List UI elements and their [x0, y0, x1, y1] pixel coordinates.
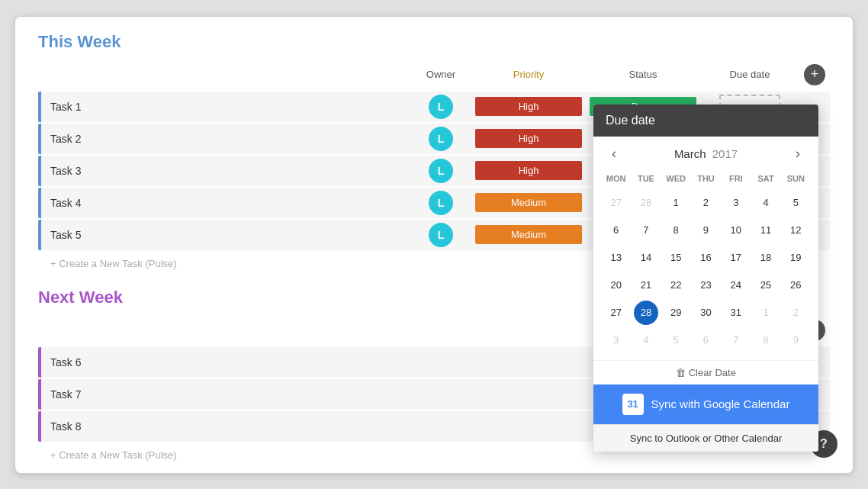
calendar-nav: ‹ March 2017 ›	[593, 137, 818, 171]
calendar-icon-number: 31	[627, 398, 638, 410]
priority-badge[interactable]: High	[475, 97, 582, 116]
list-item[interactable]: 1	[754, 301, 778, 325]
avatar: L	[429, 191, 453, 215]
list-item[interactable]: 30	[693, 301, 718, 325]
task-owner: L	[410, 95, 471, 119]
task-priority[interactable]: High	[471, 97, 586, 116]
day-header-mon: MON	[601, 171, 631, 186]
next-week-title: Next Week	[38, 288, 123, 307]
task-priority[interactable]: High	[471, 161, 586, 180]
clear-date-label: Clear Date	[689, 367, 736, 378]
priority-badge[interactable]: High	[475, 129, 582, 148]
create-next-week-task-label: + Create a New Task (Pulse)	[50, 449, 177, 461]
day-header-thu: THU	[691, 171, 721, 186]
list-item[interactable]: 5	[783, 191, 808, 215]
col-header-status: Status	[586, 69, 700, 80]
list-item[interactable]: 18	[754, 246, 778, 270]
list-item[interactable]: 3	[604, 328, 628, 352]
sync-google-button[interactable]: 31 Sync with Google Calendar	[593, 384, 818, 424]
calendar-header: Due date	[593, 105, 818, 137]
task-priority[interactable]: Medium	[471, 193, 586, 212]
list-item[interactable]: 6	[604, 218, 628, 243]
list-item[interactable]: 15	[664, 246, 688, 270]
next-month-button[interactable]: ›	[789, 144, 806, 163]
list-item[interactable]: 3	[724, 191, 748, 215]
this-week-title: This Week	[38, 32, 121, 52]
list-item[interactable]: 10	[724, 218, 748, 243]
list-item[interactable]: 25	[754, 273, 778, 298]
list-item[interactable]: 13	[604, 246, 628, 270]
list-item[interactable]: 17	[724, 246, 748, 270]
list-item[interactable]: 27	[604, 301, 628, 325]
task-name: Task 5	[41, 229, 410, 241]
list-item[interactable]: 19	[783, 246, 808, 270]
list-item[interactable]: 12	[783, 218, 808, 243]
list-item[interactable]: 24	[724, 273, 748, 298]
list-item[interactable]: 8	[664, 218, 688, 243]
today-date[interactable]: 28	[634, 301, 658, 325]
list-item[interactable]: 4	[754, 191, 778, 215]
priority-badge[interactable]: High	[475, 161, 582, 180]
priority-badge[interactable]: Medium	[475, 225, 582, 244]
list-item[interactable]: 31	[724, 301, 748, 325]
priority-badge[interactable]: Medium	[475, 193, 582, 212]
prev-month-button[interactable]: ‹	[606, 144, 622, 163]
day-header-wed: WED	[661, 171, 691, 186]
calendar-header-label: Due date	[606, 114, 655, 127]
sync-outlook-label: Sync to Outlook or Other Calendar	[630, 433, 782, 444]
create-task-label: + Create a New Task (Pulse)	[50, 258, 177, 269]
task-name: Task 1	[41, 101, 410, 113]
col-header-owner: Owner	[410, 69, 471, 80]
list-item[interactable]: 21	[634, 273, 658, 298]
task-priority[interactable]: High	[471, 129, 586, 148]
list-item[interactable]: 7	[724, 328, 748, 352]
col-header-duedate: Due date	[700, 69, 799, 80]
list-item[interactable]: 28	[634, 191, 658, 215]
col-header-priority: Priority	[471, 69, 586, 80]
task-name: Task 7	[41, 388, 624, 401]
calendar-popup: Due date ‹ March 2017 › MON TUE WED THU …	[593, 105, 818, 452]
task-name: Task 3	[41, 165, 410, 177]
list-item[interactable]: 7	[634, 218, 658, 243]
list-item[interactable]: 14	[634, 246, 658, 270]
task-name: Task 6	[41, 356, 624, 368]
this-week-column-headers: Owner Priority Status Due date +	[38, 60, 830, 90]
calendar-month: March	[674, 147, 706, 160]
avatar: L	[429, 95, 453, 119]
list-item[interactable]: 29	[664, 301, 688, 325]
list-item[interactable]: 20	[604, 273, 628, 298]
list-item[interactable]: 16	[693, 246, 718, 270]
list-item[interactable]: 5	[664, 328, 688, 352]
help-label: ?	[820, 437, 828, 451]
calendar-month-year: March 2017	[674, 147, 738, 160]
list-item[interactable]: 23	[693, 273, 718, 298]
list-item[interactable]: 6	[693, 328, 718, 352]
list-item[interactable]: 22	[664, 273, 688, 298]
trash-icon: 🗑	[676, 367, 686, 378]
avatar: L	[429, 159, 453, 183]
list-item[interactable]: 4	[634, 328, 658, 352]
list-item[interactable]: 26	[783, 273, 808, 298]
list-item[interactable]: 2	[783, 301, 808, 325]
task-priority[interactable]: Medium	[471, 225, 586, 244]
list-item[interactable]: 11	[754, 218, 778, 243]
app-container: This Week Owner Priority Status Due date…	[14, 16, 854, 474]
list-item[interactable]: 9	[693, 218, 718, 243]
task-owner: L	[410, 191, 471, 215]
day-header-fri: FRI	[721, 171, 751, 186]
task-owner: L	[410, 159, 471, 183]
col-header-add: +	[799, 64, 830, 85]
task-name: Task 2	[41, 133, 410, 145]
list-item[interactable]: 2	[693, 191, 718, 215]
sync-outlook-button[interactable]: Sync to Outlook or Other Calendar	[593, 424, 818, 452]
list-item[interactable]: 27	[604, 191, 628, 215]
task-owner: L	[410, 223, 471, 247]
clear-date-button[interactable]: 🗑 Clear Date	[593, 360, 818, 384]
list-item[interactable]: 9	[783, 328, 808, 352]
day-header-sat: SAT	[751, 171, 780, 186]
calendar-year: 2017	[712, 147, 738, 160]
list-item[interactable]: 8	[754, 328, 778, 352]
day-header-sun: SUN	[781, 171, 811, 186]
list-item[interactable]: 1	[664, 191, 688, 215]
add-task-button[interactable]: +	[804, 64, 825, 85]
